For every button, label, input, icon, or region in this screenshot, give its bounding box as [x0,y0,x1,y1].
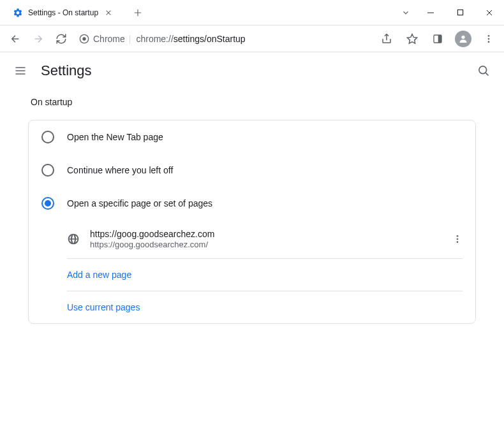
page-title: Settings [41,62,463,79]
site-label: Chrome [93,34,125,44]
startup-card: Open the New Tab page Continue where you… [28,120,476,324]
new-tab-button[interactable] [129,4,147,22]
radio-icon [41,197,54,210]
svg-point-11 [457,238,459,240]
profile-avatar[interactable] [453,29,473,49]
bookmark-star-icon[interactable] [402,29,422,49]
tab-title: Settings - On startup [28,8,98,17]
use-current-link[interactable]: Use current pages [67,302,140,312]
startup-page-entry: https://goog.goodsearchez.com https://go… [67,220,463,259]
back-button[interactable] [5,29,26,49]
radio-label: Open the New Tab page [67,132,163,142]
minimize-button[interactable] [416,0,445,25]
add-page-link[interactable]: Add a new page [67,270,131,280]
section-title: On startup [31,97,476,107]
forward-button[interactable] [28,29,48,49]
page-info: https://goog.goodsearchez.com https://go… [90,229,440,249]
svg-point-7 [488,38,490,40]
startup-pages-section: https://goog.goodsearchez.com https://go… [29,220,475,323]
svg-point-10 [457,235,459,237]
globe-icon [67,233,80,245]
chevron-down-icon[interactable] [396,0,416,25]
radio-option-continue[interactable]: Continue where you left off [29,154,475,187]
settings-header: Settings [0,52,504,89]
svg-point-9 [479,66,487,74]
svg-point-6 [488,35,490,37]
radio-label: Open a specific page or set of pages [67,198,212,208]
browser-toolbar: Chrome | chrome://settings/onStartup [0,25,504,52]
close-icon[interactable] [103,8,114,18]
window-titlebar: Settings - On startup [0,0,504,25]
svg-rect-0 [457,10,463,15]
reload-button[interactable] [51,29,71,49]
svg-point-2 [82,37,85,40]
site-info-chip[interactable]: Chrome | [79,34,131,44]
svg-rect-4 [438,35,441,43]
svg-point-12 [457,241,459,243]
radio-option-newtab[interactable]: Open the New Tab page [29,120,475,154]
search-icon[interactable] [476,63,491,78]
menu-icon[interactable] [13,63,28,78]
svg-point-5 [461,35,464,38]
use-current-row[interactable]: Use current pages [67,291,463,323]
startup-section: On startup Open the New Tab page Continu… [0,89,504,337]
page-url: https://goog.goodsearchez.com/ [90,240,440,249]
radio-label: Continue where you left off [67,165,173,175]
radio-option-specific[interactable]: Open a specific page or set of pages [29,187,475,220]
add-page-row[interactable]: Add a new page [67,259,463,291]
address-bar[interactable]: Chrome | chrome://settings/onStartup [79,29,369,49]
page-content: Settings On startup Open the New Tab pag… [0,52,504,337]
gear-icon [13,8,23,18]
radio-icon [41,131,54,143]
url-text: chrome://settings/onStartup [136,34,245,44]
more-actions-button[interactable] [450,231,465,247]
browser-tab[interactable]: Settings - On startup [5,1,121,24]
close-window-button[interactable] [475,0,504,25]
maximize-button[interactable] [445,0,475,25]
svg-point-8 [488,41,490,43]
menu-dots-icon[interactable] [478,29,499,49]
side-panel-icon[interactable] [427,29,448,49]
share-icon[interactable] [376,29,397,49]
radio-icon [41,164,54,177]
page-name: https://goog.goodsearchez.com [90,229,440,239]
